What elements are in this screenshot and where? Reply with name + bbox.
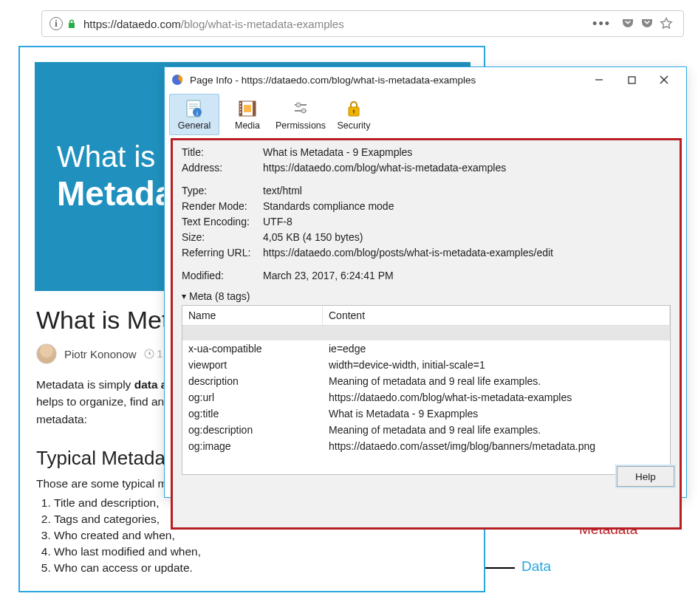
help-button[interactable]: Help (617, 466, 674, 487)
list-item: Who last modified and when, (54, 545, 468, 558)
site-info-icon[interactable]: i (49, 17, 63, 30)
field-title-label: Title: (182, 146, 263, 158)
field-render-label: Render Mode: (182, 200, 263, 212)
author-name[interactable]: Piotr Kononow (64, 348, 137, 360)
author-avatar[interactable] (36, 343, 57, 364)
chevron-down-icon: ▾ (182, 291, 186, 301)
annotation-connector (485, 567, 515, 569)
bookmark-star-icon[interactable] (658, 16, 674, 32)
firefox-favicon (171, 73, 184, 86)
col-name[interactable]: Name (182, 306, 323, 325)
dialog-toolbar: i General Media Permissions Security (165, 92, 686, 137)
col-content[interactable]: Content (323, 306, 670, 325)
browser-url-bar[interactable]: i https://dataedo.com/blog/what-is-metad… (41, 10, 684, 37)
meta-tags-toggle[interactable]: ▾ Meta (8 tags) (182, 290, 671, 302)
table-row[interactable]: og:urlhttps://dataedo.com/blog/what-is-m… (182, 389, 670, 405)
list-item: Who can access or update. (54, 561, 468, 575)
table-row[interactable]: x-ua-compatibleie=edge (182, 340, 670, 357)
field-address-label: Address: (182, 162, 263, 174)
svg-rect-14 (253, 101, 256, 116)
svg-rect-15 (244, 105, 251, 112)
metadata-frame: Title:What is Metadata - 9 Exapmples Add… (171, 138, 682, 530)
table-row[interactable]: og:descriptionMeaning of metadata and 9 … (182, 422, 670, 438)
document-info-icon: i (183, 98, 205, 119)
field-ref-value: https://dataedo.com/blog/posts/what-is-m… (263, 247, 671, 259)
dialog-title: Page Info - https://dataedo.com/blog/wha… (190, 75, 583, 86)
field-address-value: https://dataedo.com/blog/what-is-metadat… (263, 162, 671, 174)
security-lock-icon (343, 98, 365, 119)
list-item: Who created and when, (54, 529, 468, 542)
svg-point-18 (240, 109, 242, 110)
field-mod-value: March 23, 2017, 6:24:41 PM (263, 270, 671, 281)
table-row[interactable]: og:imagehttps://dataedo.com/asset/img/bl… (182, 438, 670, 454)
field-ref-label: Referring URL: (182, 247, 263, 259)
tab-permissions[interactable]: Permissions (276, 94, 326, 135)
field-size-value: 4,05 KB (4 150 bytes) (263, 231, 671, 243)
table-selection-band (182, 326, 670, 340)
table-row[interactable]: viewportwidth=device-width, initial-scal… (182, 357, 670, 373)
table-header[interactable]: Name Content (182, 306, 670, 326)
lock-icon (66, 18, 78, 30)
table-row[interactable]: og:titleWhat is Metadata - 9 Exapmples (182, 405, 670, 422)
field-mod-label: Modified: (182, 270, 263, 281)
pocket-icon[interactable] (639, 16, 655, 32)
field-size-label: Size: (182, 231, 263, 243)
field-type-value: text/html (263, 185, 671, 196)
annotation-data-label: Data (521, 558, 551, 575)
svg-point-17 (240, 106, 242, 107)
media-filmstrip-icon (236, 98, 259, 119)
tab-media[interactable]: Media (222, 94, 273, 135)
svg-point-16 (240, 103, 242, 104)
field-encoding-value: UTF-8 (263, 216, 671, 227)
svg-point-23 (301, 109, 306, 113)
field-encoding-label: Text Encoding: (182, 216, 263, 227)
tab-security[interactable]: Security (329, 94, 379, 135)
pocket-icon[interactable] (620, 16, 636, 32)
svg-point-19 (240, 112, 242, 113)
svg-point-22 (296, 103, 301, 107)
minimize-button[interactable] (583, 69, 615, 90)
page-info-dialog: Page Info - https://dataedo.com/blog/wha… (164, 66, 687, 498)
page-actions-icon[interactable]: ••• (592, 16, 611, 32)
dialog-titlebar[interactable]: Page Info - https://dataedo.com/blog/wha… (165, 67, 686, 92)
field-render-value: Standards compliance mode (263, 200, 671, 212)
maximize-button[interactable] (615, 69, 648, 90)
table-row[interactable]: descriptionMeaning of metadata and 9 rea… (182, 373, 670, 389)
field-type-label: Type: (182, 185, 263, 196)
permissions-sliders-icon (290, 98, 312, 119)
close-button[interactable] (648, 69, 680, 90)
url-text[interactable]: https://dataedo.com/blog/what-is-metadat… (83, 18, 592, 30)
field-title-value: What is Metadata - 9 Exapmples (263, 146, 671, 158)
tab-general[interactable]: i General (169, 94, 219, 135)
svg-rect-3 (629, 77, 635, 83)
clock-icon (144, 349, 154, 359)
meta-tags-table[interactable]: Name Content x-ua-compatibleie=edge view… (182, 305, 671, 475)
